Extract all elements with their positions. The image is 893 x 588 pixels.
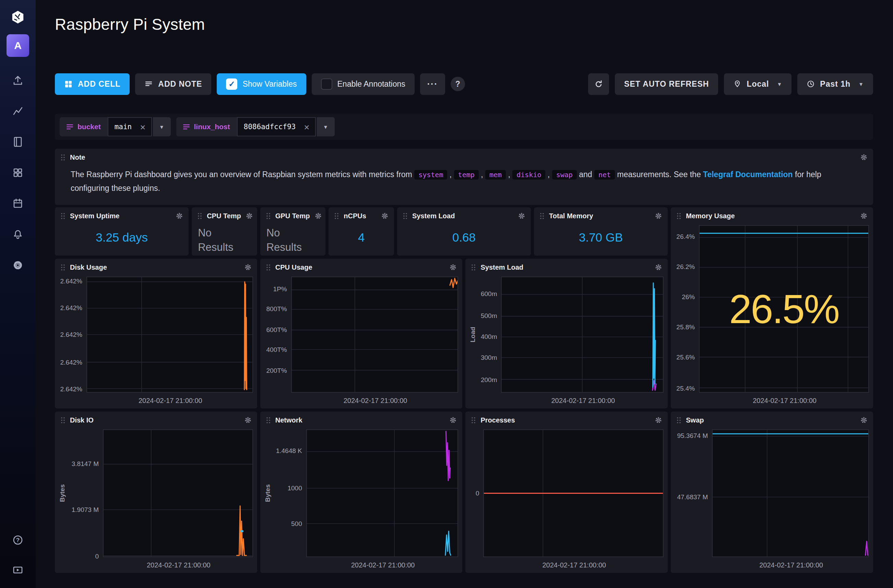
measurement-chip: temp <box>454 170 479 180</box>
refresh-button[interactable] <box>588 74 609 95</box>
help-icon: ? <box>11 534 24 546</box>
cell-memory-usage: Memory Usage26.4%26.2%26%25.8%25.6%25.4%… <box>671 207 873 408</box>
gear-icon[interactable] <box>518 212 525 220</box>
show-variables-toggle[interactable]: ✓ Show Variables <box>217 74 306 95</box>
drag-handle-icon[interactable] <box>60 154 66 161</box>
note-body: The Raspberry Pi dashboard gives you an … <box>55 166 873 195</box>
chart-area: 1P%800T%600T%400T%200T% <box>260 276 463 393</box>
note-text: measurements. See the <box>615 170 703 179</box>
cell-network: NetworkBytes1.4648 K10005002024-02-17 21… <box>260 411 463 573</box>
cell-note: Note The Raspberry Pi dashboard gives yo… <box>55 149 873 205</box>
cell-title: Total Memory <box>549 212 593 220</box>
user-avatar[interactable]: A <box>6 34 29 57</box>
help-button[interactable]: ? <box>451 77 465 91</box>
y-axis-title: Bytes <box>263 429 273 557</box>
gear-icon[interactable] <box>655 264 662 271</box>
chart-svg <box>502 277 663 392</box>
gear-icon[interactable] <box>449 264 457 271</box>
gear-icon[interactable] <box>860 212 867 220</box>
sidebar-item-tasks[interactable] <box>10 196 26 211</box>
variable-dropdown-caret[interactable]: ▼ <box>153 117 171 136</box>
more-options-button[interactable]: ··· <box>420 74 445 95</box>
clock-icon <box>807 80 815 88</box>
timezone-dropdown[interactable]: Local ▼ <box>724 74 791 95</box>
gear-icon[interactable] <box>860 416 867 424</box>
variable-linux_host: linux_host8086adfccf93×▼ <box>176 117 335 136</box>
gear-icon[interactable] <box>655 416 662 424</box>
drag-handle-icon[interactable] <box>197 213 202 220</box>
sidebar-item-settings[interactable] <box>10 258 26 273</box>
clear-icon[interactable]: × <box>140 122 146 132</box>
cell-processes: Processes02024-02-17 21:00:00 <box>465 411 668 573</box>
chart-area: 2.642%2.642%2.642%2.642%2.642% <box>55 276 257 393</box>
plot-area: 26.5% <box>699 225 869 393</box>
chart-area: Bytes3.8147 M1.9073 M0 <box>55 429 257 557</box>
variables-bar: bucketmain×▼linux_host8086adfccf93×▼ <box>55 114 873 140</box>
cell-header: System Uptime <box>55 207 189 225</box>
drag-handle-icon[interactable] <box>60 213 66 220</box>
variable-name[interactable]: linux_host <box>176 117 237 136</box>
y-tick: 0 <box>95 553 99 560</box>
sidebar-item-help[interactable]: ? <box>10 532 26 548</box>
variable-name[interactable]: bucket <box>60 117 108 136</box>
gear-icon[interactable] <box>314 212 322 220</box>
y-axis-title: Load <box>468 276 478 393</box>
note-title: Note <box>70 153 85 161</box>
sidebar-item-alerts[interactable] <box>10 227 26 242</box>
plot-area <box>306 429 459 557</box>
drag-handle-icon[interactable] <box>403 213 408 220</box>
variable-value-input[interactable]: 8086adfccf93× <box>237 117 316 136</box>
time-range-dropdown[interactable]: Past 1h ▼ <box>797 74 873 95</box>
variable-dropdown-caret[interactable]: ▼ <box>317 117 335 136</box>
drag-handle-icon[interactable] <box>266 417 271 424</box>
drag-handle-icon[interactable] <box>334 213 339 220</box>
y-tick: 1.9073 M <box>72 506 99 514</box>
gear-icon[interactable] <box>176 212 183 220</box>
y-tick: 3.8147 M <box>72 460 99 468</box>
influxdb-logo[interactable] <box>10 10 26 26</box>
gear-icon[interactable] <box>860 153 867 161</box>
clear-icon[interactable]: × <box>304 122 309 132</box>
gear-icon[interactable] <box>244 416 252 424</box>
drag-handle-icon[interactable] <box>676 213 681 220</box>
gear-icon[interactable] <box>245 212 253 220</box>
telegraf-docs-link[interactable]: Telegraf Documentation <box>703 170 793 179</box>
y-tick: 600m <box>481 290 497 298</box>
stat-value: No Results <box>260 225 305 256</box>
variable-value-input[interactable]: main× <box>108 117 152 136</box>
chart-svg <box>292 277 458 392</box>
cell-header: Disk Usage <box>55 259 257 276</box>
set-auto-refresh-button[interactable]: SET AUTO REFRESH <box>615 74 718 95</box>
sidebar-item-presentation-mode[interactable] <box>10 562 26 578</box>
drag-handle-icon[interactable] <box>266 213 271 220</box>
add-note-button[interactable]: ADD NOTE <box>135 74 211 95</box>
sidebar-item-data-explorer[interactable] <box>10 104 26 118</box>
cell-title: System Load <box>412 212 455 220</box>
add-note-icon <box>144 80 153 88</box>
drag-handle-icon[interactable] <box>60 417 66 424</box>
add-cell-icon <box>64 80 73 88</box>
drag-handle-icon[interactable] <box>471 417 476 424</box>
gear-icon[interactable] <box>244 264 252 271</box>
drag-handle-icon[interactable] <box>266 264 271 271</box>
enable-annotations-label: Enable Annotations <box>337 80 405 89</box>
sidebar-item-load-data[interactable] <box>10 73 26 88</box>
calendar-icon <box>11 197 24 210</box>
refresh-icon <box>594 80 603 89</box>
gear-icon[interactable] <box>449 416 457 424</box>
drag-handle-icon[interactable] <box>60 264 66 271</box>
cell-header: System Load <box>397 207 531 225</box>
sidebar-item-notebooks[interactable] <box>10 134 26 149</box>
line-chart-icon <box>11 105 24 117</box>
drag-handle-icon[interactable] <box>471 264 476 271</box>
note-text: , <box>447 170 454 179</box>
drag-handle-icon[interactable] <box>540 213 544 220</box>
add-cell-button[interactable]: ADD CELL <box>55 74 129 95</box>
enable-annotations-toggle[interactable]: Enable Annotations <box>312 74 415 95</box>
gear-icon[interactable] <box>655 212 662 220</box>
drag-handle-icon[interactable] <box>676 417 681 424</box>
note-text: , <box>506 170 512 179</box>
y-axis: 2.642%2.642%2.642%2.642%2.642% <box>58 276 86 393</box>
sidebar-item-dashboards[interactable] <box>10 165 26 180</box>
gear-icon[interactable] <box>381 212 389 220</box>
